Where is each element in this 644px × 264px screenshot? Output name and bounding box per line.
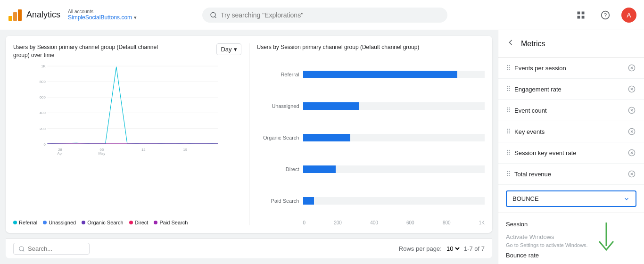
metric-label-engagement-rate: Engagement rate (514, 86, 623, 93)
legend-item-paid: Paid Search (154, 220, 188, 225)
line-chart-container: 1K 800 600 400 200 0 (13, 63, 241, 216)
legend-item-organic: Organic Search (82, 220, 123, 225)
svg-text:?: ? (604, 12, 607, 18)
svg-rect-7 (577, 16, 580, 18)
metric-item-event-count[interactable]: ⠿ Event count (498, 100, 644, 121)
metric-label-events-per-session: Events per session (514, 65, 623, 72)
charts-row: Users by Session primary channel group (… (13, 43, 485, 225)
account-all-label: All accounts (68, 9, 137, 14)
svg-rect-0 (8, 16, 12, 21)
legend-label-unassigned: Unassigned (49, 220, 76, 225)
metrics-title: Metrics (521, 40, 545, 48)
legend-item-direct: Direct (129, 220, 149, 225)
avatar[interactable]: A (621, 8, 636, 23)
app-title: Analytics (26, 10, 60, 20)
search-bar[interactable] (202, 8, 447, 23)
search-icon (210, 11, 217, 19)
metric-label-total-revenue: Total revenue (514, 171, 623, 178)
remove-btn-events-per-session[interactable] (627, 63, 636, 73)
legend-label-referral: Referral (19, 220, 37, 225)
remove-btn-total-revenue[interactable] (627, 169, 636, 179)
bar-track-organic (303, 134, 485, 141)
logo: Analytics (8, 8, 60, 23)
help-button[interactable]: ? (597, 7, 614, 24)
legend-label-paid: Paid Search (159, 220, 188, 225)
account-name[interactable]: SimpleSocialButtons.com (68, 14, 132, 21)
remove-btn-session-key-event-rate[interactable] (627, 148, 636, 157)
remove-btn-event-count[interactable] (627, 106, 636, 115)
dropdown-value: BOUNCE (512, 195, 539, 202)
bar-track-unassigned (303, 102, 485, 110)
bar-chart-section: Users by Session primary channel group (… (257, 43, 485, 225)
svg-rect-5 (577, 11, 580, 14)
main-content: Users by Session primary channel group (… (0, 30, 644, 264)
drag-icon-5: ⠿ (506, 149, 511, 157)
bar-row-paid: Paid Search (257, 197, 485, 205)
remove-btn-key-events[interactable] (627, 127, 636, 136)
metric-item-engagement-rate[interactable]: ⠿ Engagement rate (498, 79, 644, 100)
account-info: All accounts SimpleSocialButtons.com ▾ (68, 9, 137, 21)
search-small[interactable] (13, 243, 90, 255)
svg-text:May: May (99, 151, 106, 155)
search-small-icon (18, 246, 25, 252)
bar-label-unassigned: Unassigned (257, 103, 299, 109)
bar-label-paid: Paid Search (257, 198, 299, 204)
rows-per-page-label: Rows per page: (399, 245, 442, 252)
metrics-dropdown-container: BOUNCE (498, 185, 644, 213)
bar-label-organic: Organic Search (257, 135, 299, 140)
metric-item-events-per-session[interactable]: ⠿ Events per session (498, 58, 644, 79)
bar-fill-unassigned (303, 102, 360, 110)
svg-text:800: 800 (40, 80, 46, 84)
apps-button[interactable] (572, 7, 589, 24)
chart-area: Users by Session primary channel group (… (6, 36, 492, 233)
legend-dot-direct (129, 221, 133, 224)
metrics-dropdown[interactable]: BOUNCE (506, 190, 636, 207)
bar-fill-direct (303, 165, 336, 173)
legend-item-referral: Referral (13, 220, 37, 225)
svg-point-3 (211, 12, 215, 17)
svg-rect-1 (13, 12, 17, 21)
rows-per-page: Rows per page: 10 25 50 1-7 of 7 (399, 245, 485, 253)
back-button[interactable] (506, 38, 515, 50)
legend-item-unassigned: Unassigned (43, 220, 76, 225)
rows-select[interactable]: 10 25 50 (445, 245, 461, 253)
svg-line-4 (215, 16, 216, 17)
header-right: ? A (572, 7, 636, 24)
day-label: Day (221, 46, 231, 53)
svg-rect-2 (18, 9, 22, 21)
bar-x-axis: 02004006008001K (257, 220, 485, 225)
legend-dot-organic (82, 221, 85, 224)
metric-item-key-events[interactable]: ⠿ Key events (498, 121, 644, 142)
bar-row-referral: Referral (257, 71, 485, 78)
day-select[interactable]: Day ▾ (216, 43, 241, 55)
svg-rect-8 (582, 16, 585, 18)
svg-text:12: 12 (141, 148, 146, 152)
metric-item-session-key-event-rate[interactable]: ⠿ Session key event rate (498, 142, 644, 164)
drag-icon: ⠿ (506, 64, 511, 72)
green-arrow-icon (592, 223, 620, 256)
svg-text:400: 400 (40, 111, 46, 115)
bar-label-direct: Direct (257, 166, 299, 172)
dropdown-arrow-icon (623, 196, 630, 202)
analytics-logo-icon (8, 8, 23, 23)
metric-item-total-revenue[interactable]: ⠿ Total revenue (498, 164, 644, 185)
day-dropdown-icon: ▾ (234, 46, 237, 53)
line-chart-svg: 1K 800 600 400 200 0 (13, 63, 241, 157)
remove-btn-engagement-rate[interactable] (627, 84, 636, 94)
legend-dot-unassigned (43, 221, 47, 224)
metric-label-event-count: Event count (514, 107, 623, 114)
svg-text:0: 0 (43, 142, 45, 146)
header: Analytics All accounts SimpleSocialButto… (0, 0, 644, 30)
suggestion-panel: Session Activate Windows Go to Settings … (498, 213, 644, 264)
account-dropdown-icon[interactable]: ▾ (134, 15, 137, 21)
bar-fill-organic (303, 134, 350, 141)
metrics-header: Metrics (498, 30, 644, 58)
table-search-input[interactable] (28, 245, 84, 252)
green-arrow-container (592, 223, 620, 257)
search-input[interactable] (221, 11, 440, 19)
bar-track-referral (303, 71, 485, 78)
metric-label-session-key-event-rate: Session key event rate (514, 149, 623, 157)
metric-label-key-events: Key events (514, 128, 623, 135)
suggestions-container: Session Activate Windows Go to Settings … (498, 213, 644, 264)
svg-line-30 (23, 250, 25, 251)
